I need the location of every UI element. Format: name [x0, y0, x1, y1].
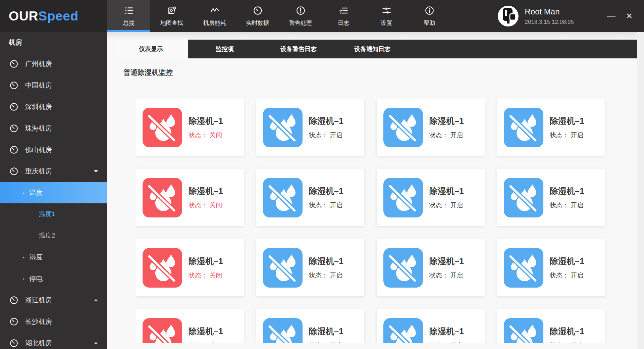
close-button[interactable]: ✕ — [623, 9, 636, 23]
dehumidifier-icon — [383, 248, 423, 288]
sidebar-item-changsha[interactable]: · 长沙机房 — [0, 311, 107, 332]
sidebar-item-zhejiang[interactable]: · 浙江机房 — [0, 289, 107, 311]
log-icon — [339, 6, 348, 16]
device-status: 状态： 开启 — [429, 201, 464, 210]
device-card-8[interactable]: 除湿机–1 状态： 开启 — [497, 169, 605, 226]
tab-device-notice-log[interactable]: 设备通知日志 — [335, 40, 409, 58]
sidebar-item-zhuhai[interactable]: · 珠海机房 — [0, 117, 107, 139]
tab-gauge-display[interactable]: 仪表显示 — [114, 40, 188, 58]
sidebar-item-label: 湿度 — [29, 253, 43, 262]
dehumidifier-icon — [504, 178, 543, 217]
sidebar-item-label: 停电 — [29, 274, 43, 283]
sidebar-item-power-outage[interactable]: · 停电 — [0, 268, 107, 289]
dehumidifier-icon — [504, 318, 543, 344]
datetime: 2018.3.15 12:08:05 — [525, 19, 574, 26]
sidebar-item-label: 佛山机房 — [25, 145, 52, 154]
device-card-2[interactable]: 除湿机–1 状态： 开启 — [256, 99, 364, 156]
status-value: 开启 — [571, 342, 583, 344]
tab-bar: 监控项 设备警告日志 设备通知日志 — [188, 40, 637, 58]
status-label: 状态： — [189, 132, 208, 139]
device-card-1[interactable]: 除湿机–1 状态： 关闭 — [136, 99, 244, 156]
gauge-icon — [9, 59, 18, 68]
nav-item-label: 总揽 — [123, 19, 135, 27]
device-card-11[interactable]: 除湿机–1 状态： 开启 — [377, 239, 485, 296]
status-label: 状态： — [429, 132, 448, 139]
sidebar-item-label: 中国机房 — [25, 81, 52, 90]
device-title: 除湿机–1 — [429, 115, 464, 127]
sidebar-item-chongqing[interactable]: · 重庆机房 — [0, 160, 107, 182]
device-status: 状态： 开启 — [550, 341, 584, 344]
tab-label: 设备通知日志 — [354, 45, 390, 53]
sidebar-item-label: 温度2 — [39, 231, 55, 240]
sidebar-item-label: 广州机房 — [25, 59, 52, 68]
device-card-9[interactable]: 除湿机–1 状态： 关闭 — [136, 239, 244, 296]
status-value: 关闭 — [209, 272, 222, 279]
status-value: 开启 — [330, 342, 342, 344]
dehumidifier-icon — [143, 318, 182, 344]
sidebar-title: 机房 — [0, 32, 107, 53]
device-status: 状态： 开启 — [309, 201, 343, 210]
device-card-3[interactable]: 除湿机–1 状态： 开启 — [377, 99, 485, 156]
logo-text-speed: Speed — [38, 9, 78, 23]
device-card-13[interactable]: 除湿机–1 状态： 关闭 — [136, 309, 244, 343]
nav-item-overview[interactable]: 总揽 — [107, 0, 150, 32]
window-controls-divider — [590, 7, 590, 25]
status-label: 状态： — [429, 342, 448, 344]
sidebar-item-temperature[interactable]: · 温度 — [0, 182, 107, 203]
dehumidifier-icon — [143, 248, 182, 288]
nav-item-help[interactable]: 帮助 — [408, 0, 451, 32]
nav-item-room-energy[interactable]: 机房能耗 — [193, 0, 236, 32]
avatar[interactable] — [498, 6, 519, 27]
settings-icon — [382, 6, 391, 16]
content-tabs: 仪表显示 监控项 设备警告日志 设备通知日志 — [114, 40, 637, 58]
device-status: 状态： 关闭 — [189, 271, 223, 280]
status-value: 开启 — [330, 132, 342, 139]
minimize-button[interactable]: — — [604, 9, 618, 23]
app-header: OURSpeed 总揽 地图查找 机房能耗 实时数据 警告处理 日志 设置 帮助 — [0, 0, 644, 32]
sidebar-item-china[interactable]: · 中国机房 — [0, 74, 107, 96]
device-card-4[interactable]: 除湿机–1 状态： 开启 — [497, 99, 605, 156]
dehumidifier-icon — [504, 248, 543, 288]
sidebar-item-shenzhen[interactable]: · 深圳机房 — [0, 96, 107, 117]
device-card-15[interactable]: 除湿机–1 状态： 开启 — [377, 309, 485, 343]
sidebar-item-label: 温度1 — [39, 210, 55, 218]
device-card-14[interactable]: 除湿机–1 状态： 开启 — [256, 309, 364, 343]
device-grid: 除湿机–1 状态： 关闭 除湿机–1 状态： 开启 除湿机–1 状态： 开启 — [136, 99, 637, 343]
sidebar-item-foshan[interactable]: · 佛山机房 — [0, 139, 107, 160]
nav-item-settings[interactable]: 设置 — [365, 0, 408, 32]
status-value: 关闭 — [209, 342, 222, 344]
status-label: 状态： — [189, 202, 208, 209]
nav-item-alert-handling[interactable]: 警告处理 — [279, 0, 322, 32]
device-card-10[interactable]: 除湿机–1 状态： 开启 — [256, 239, 364, 296]
device-status: 状态： 开启 — [429, 341, 464, 344]
device-card-5[interactable]: 除湿机–1 状态： 关闭 — [136, 169, 244, 226]
device-card-7[interactable]: 除湿机–1 状态： 开启 — [377, 169, 485, 226]
chevron-down-icon — [94, 170, 98, 172]
device-status: 状态： 开启 — [550, 201, 584, 210]
sidebar-item-temperature-2[interactable]: · 温度2 — [0, 225, 107, 246]
sidebar-item-temperature-1[interactable]: · 温度1 — [0, 203, 107, 225]
app-logo: OURSpeed — [0, 0, 107, 32]
status-label: 状态： — [429, 272, 448, 279]
device-card-12[interactable]: 除湿机–1 状态： 开启 — [497, 239, 605, 296]
tab-monitor-items[interactable]: 监控项 — [188, 40, 262, 58]
gauge-icon — [9, 81, 18, 90]
gauge-icon — [9, 317, 18, 326]
device-title: 除湿机–1 — [309, 115, 343, 127]
device-status: 状态： 关闭 — [189, 201, 223, 210]
chevron-up-icon — [94, 299, 98, 301]
dehumidifier-icon — [263, 318, 303, 344]
sidebar-item-hubei[interactable]: · 湖北机房 — [0, 332, 107, 349]
tab-device-alert-log[interactable]: 设备警告日志 — [262, 40, 335, 58]
nav-item-realtime-data[interactable]: 实时数据 — [236, 0, 279, 32]
nav-item-map-search[interactable]: 地图查找 — [150, 0, 193, 32]
device-card-6[interactable]: 除湿机–1 状态： 开启 — [256, 169, 364, 226]
device-title: 除湿机–1 — [309, 256, 343, 267]
sidebar-item-humidity[interactable]: · 湿度 — [0, 246, 107, 268]
device-status: 状态： 开启 — [550, 131, 584, 140]
sidebar-item-guangzhou[interactable]: · 广州机房 — [0, 53, 107, 74]
dehumidifier-icon — [263, 248, 303, 288]
nav-item-logs[interactable]: 日志 — [322, 0, 365, 32]
tab-label: 仪表显示 — [139, 45, 163, 53]
device-card-16[interactable]: 除湿机–1 状态： 开启 — [497, 309, 605, 343]
